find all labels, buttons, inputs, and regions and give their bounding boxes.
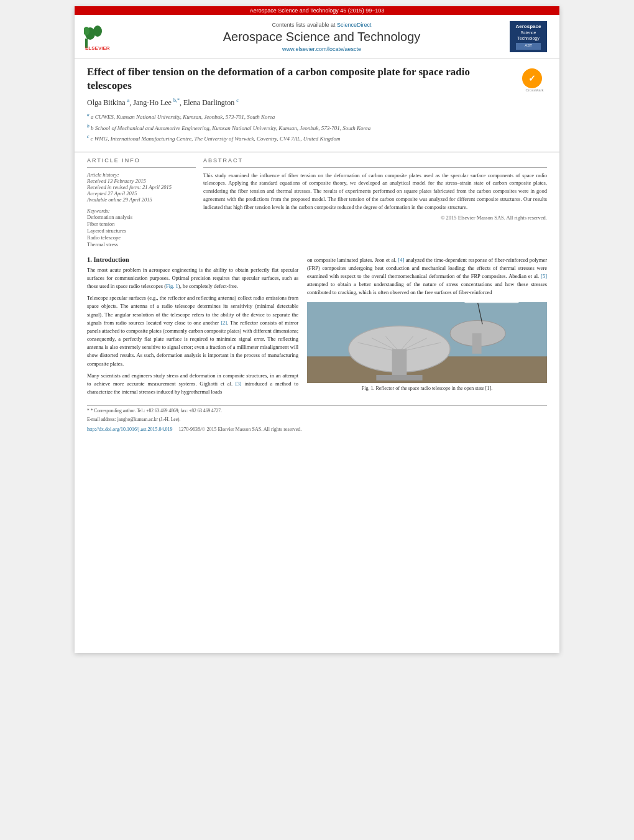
svg-rect-9 xyxy=(392,349,407,377)
two-col-info-abstract: ARTICLE INFO Article history: Received 1… xyxy=(75,152,559,253)
author-lee: Jang-Ho Lee b,* xyxy=(133,98,180,107)
journal-header: ELSEVIER Contents lists available at Sci… xyxy=(75,15,559,59)
article-history: Article history: Received 13 February 20… xyxy=(87,172,196,203)
affiliation-a: a a CUWES, Kumsan National University, K… xyxy=(87,111,547,122)
ref4[interactable]: [4] xyxy=(398,257,404,263)
keywords-section: Keywords: Deformation analysis Fiber ten… xyxy=(87,208,196,247)
figure1-box: Specular surface xyxy=(307,302,547,383)
keyword-5: Thermal stress xyxy=(87,241,196,247)
crossmark-logo: ✓ xyxy=(522,68,542,88)
journal-url[interactable]: www.elsevier.com/locate/aescte xyxy=(134,46,510,52)
introduced-word: introduced xyxy=(244,381,267,387)
svg-rect-19 xyxy=(464,302,519,303)
elsevier-logo: ELSEVIER xyxy=(84,20,134,53)
footer-links: http://dx.doi.org/10.1016/j.ast.2015.04.… xyxy=(75,425,559,434)
authors: Olga Bitkina a, Jang-Ho Lee b,*, Elena D… xyxy=(87,98,547,108)
author-darlington: Elena Darlington c xyxy=(183,98,239,107)
journal-title: Aerospace Science and Technology xyxy=(134,30,510,44)
affiliation-c: c c WMG, International Manufacturing Cen… xyxy=(87,133,547,144)
keyword-1: Deformation analysis xyxy=(87,214,196,220)
body-right-para1: on composite laminated plates. Jeon et a… xyxy=(307,256,547,297)
journal-center: Contents lists available at ScienceDirec… xyxy=(134,22,510,52)
fig1-ref[interactable]: Fig. 1 xyxy=(166,283,178,289)
received-date: Received 13 February 2015 xyxy=(87,178,196,184)
page: Aerospace Science and Technology 45 (201… xyxy=(75,6,559,653)
ref2[interactable]: [2] xyxy=(221,320,227,326)
left-col: ARTICLE INFO Article history: Received 1… xyxy=(87,157,196,248)
keywords-list: Deformation analysis Fiber tension Layer… xyxy=(87,214,196,247)
available-date: Available online 29 April 2015 xyxy=(87,196,196,203)
body-left: 1. Introduction The most acute problem i… xyxy=(87,256,298,400)
abstract-title: ABSTRACT xyxy=(203,157,547,164)
copyright-line: © 2015 Elsevier Masson SAS. All rights r… xyxy=(203,215,547,221)
svg-rect-18 xyxy=(472,333,482,354)
affiliations: a a CUWES, Kumsan National University, K… xyxy=(87,111,547,144)
body-two-col: 1. Introduction The most acute problem i… xyxy=(87,256,547,400)
svg-text:ELSEVIER: ELSEVIER xyxy=(85,45,110,51)
keyword-2: Fiber tension xyxy=(87,221,196,227)
journal-citation: Aerospace Science and Technology 45 (201… xyxy=(250,7,385,14)
body-content: 1. Introduction The most acute problem i… xyxy=(75,253,559,404)
corresponding-note: * * Corresponding author. Tel.: +82 63 4… xyxy=(75,408,559,415)
revised-date: Received in revised form: 21 April 2015 xyxy=(87,184,196,190)
svg-point-2 xyxy=(93,25,102,37)
keyword-3: Layered structures xyxy=(87,228,196,234)
abstract-text: This study examined the influence of fib… xyxy=(203,172,547,211)
right-col-abstract: ABSTRACT This study examined the influen… xyxy=(203,157,547,248)
top-stripe: Aerospace Science and Technology 45 (201… xyxy=(75,6,559,15)
body-para1: The most acute problem in aerospace engi… xyxy=(87,266,298,291)
article-section: Effect of fiber tension on the deformati… xyxy=(75,59,559,152)
article-title: Effect of fiber tension on the deformati… xyxy=(87,65,516,93)
email-note: E-mail address: jangho@kunsan.ac.kr (J.-… xyxy=(75,417,559,423)
body-right: on composite laminated plates. Jeon et a… xyxy=(307,256,547,400)
accepted-date: Accepted 27 April 2015 xyxy=(87,190,196,196)
keyword-4: Radio telescope xyxy=(87,234,196,241)
affiliation-b: b b School of Mechanical and Automotive … xyxy=(87,122,547,133)
body-para3: Many scientists and engineers study stre… xyxy=(87,372,298,397)
section1-title: 1. Introduction xyxy=(87,256,298,263)
keywords-label: Keywords: xyxy=(87,208,196,214)
svg-rect-10 xyxy=(376,375,422,381)
contents-line: Contents lists available at ScienceDirec… xyxy=(134,22,510,28)
footer-divider xyxy=(87,405,547,406)
history-label: Article history: xyxy=(87,172,196,178)
author-bitkina: Olga Bitkina a xyxy=(87,98,129,107)
body-para2: Telescope specular surfaces (e.g., the r… xyxy=(87,294,298,368)
journal-logo-box: Aerospace Science Technology AST xyxy=(510,21,550,52)
figure1-caption: Fig. 1. Reflector of the space radio tel… xyxy=(307,385,547,391)
doi-link[interactable]: http://dx.doi.org/10.1016/j.ast.2015.04.… xyxy=(87,427,172,432)
sciencedirect-link[interactable]: ScienceDirect xyxy=(337,22,372,28)
article-info-title: ARTICLE INFO xyxy=(87,157,196,164)
rights-text: 1270-9638/© 2015 Elsevier Masson SAS. Al… xyxy=(178,427,301,432)
ref3[interactable]: [3] xyxy=(236,381,242,387)
crossmark: ✓ CrossMark xyxy=(522,68,547,92)
ref5[interactable]: [5] xyxy=(541,273,547,279)
article-title-row: Effect of fiber tension on the deformati… xyxy=(87,65,547,93)
